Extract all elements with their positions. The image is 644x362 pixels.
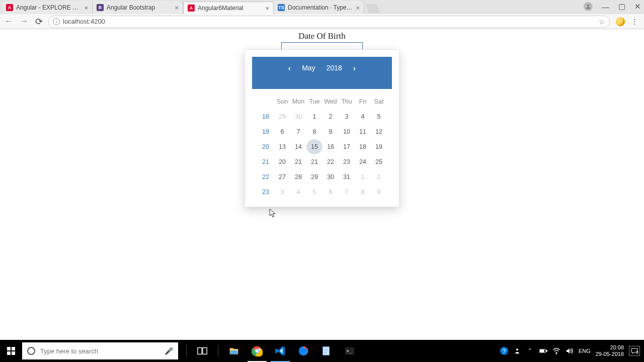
datepicker-day[interactable]: 4 (290, 185, 306, 200)
datepicker-day[interactable]: 4 (355, 109, 371, 124)
volume-icon[interactable] (566, 347, 574, 355)
svg-point-0 (587, 5, 589, 7)
task-view-button[interactable] (191, 340, 214, 362)
address-bar[interactable]: i localhost:4200 ☆ (48, 16, 610, 28)
datepicker-day[interactable]: 21 (290, 154, 306, 169)
chrome-app[interactable] (246, 340, 269, 362)
tab-title: Angular Bootstrap (107, 4, 172, 11)
datepicker-day[interactable]: 12 (371, 124, 387, 139)
datepicker-day[interactable]: 3 (274, 185, 290, 200)
datepicker-day[interactable]: 21 (306, 154, 323, 169)
terminal-app[interactable]: >_ (338, 340, 361, 362)
datepicker-day[interactable]: 22 (323, 154, 339, 169)
datepicker-grid: SunMonTueWedThuFriSat1829301234519678910… (252, 89, 392, 200)
site-info-icon[interactable]: i (53, 18, 60, 25)
taskbar-clock[interactable]: 20:08 29-05-2018 (596, 344, 624, 357)
nav-forward-button[interactable]: → (18, 16, 29, 27)
file-explorer-app[interactable] (222, 340, 246, 362)
browser-tab[interactable]: TSDocumentation · TypeScr× (274, 1, 364, 14)
notepad-app[interactable] (315, 340, 338, 362)
datepicker-day[interactable]: 3 (339, 109, 355, 124)
datepicker-day[interactable]: 30 (323, 169, 339, 185)
window-minimize-button[interactable]: — (602, 3, 609, 11)
datepicker-next-button[interactable]: › (353, 64, 356, 73)
datepicker-day[interactable]: 16 (323, 139, 339, 154)
datepicker-dow: Fri (355, 94, 371, 109)
vscode-app[interactable] (269, 340, 292, 362)
datepicker-month[interactable]: May (302, 64, 315, 72)
window-close-button[interactable]: ✕ (634, 2, 641, 11)
window-maximize-button[interactable]: ▢ (618, 2, 625, 11)
nav-back-button[interactable]: ← (3, 16, 14, 27)
datepicker-day[interactable]: 1 (355, 169, 371, 185)
datepicker-day[interactable]: 19 (371, 139, 387, 154)
datepicker-day[interactable]: 13 (274, 139, 290, 154)
datepicker-day[interactable]: 8 (355, 185, 371, 200)
datepicker-day[interactable]: 10 (339, 124, 355, 139)
start-button[interactable] (0, 340, 22, 362)
browser-menu-icon[interactable]: ⋮ (630, 17, 639, 26)
people-icon[interactable] (513, 347, 521, 355)
svg-point-13 (516, 348, 518, 350)
datepicker-day[interactable]: 23 (339, 154, 355, 169)
battery-icon[interactable] (539, 347, 547, 355)
night-mode-extension-icon[interactable] (616, 17, 625, 26)
svg-rect-15 (546, 350, 547, 351)
profile-avatar-icon[interactable] (584, 2, 593, 11)
datepicker-day[interactable]: 5 (306, 185, 323, 200)
datepicker-prev-button[interactable]: ‹ (288, 64, 291, 73)
nav-reload-button[interactable]: ⟳ (33, 16, 44, 27)
datepicker-dow: Sun (274, 94, 290, 109)
datepicker-day[interactable]: 9 (323, 124, 339, 139)
tab-close-icon[interactable]: × (356, 4, 360, 12)
mic-icon[interactable]: 🎤 (165, 347, 173, 355)
help-icon[interactable]: ? (500, 347, 508, 355)
datepicker-day[interactable]: 2 (323, 109, 339, 124)
bookmark-star-icon[interactable]: ☆ (599, 18, 605, 26)
svg-rect-1 (198, 348, 202, 354)
tab-close-icon[interactable]: × (84, 4, 88, 12)
datepicker-day[interactable]: 29 (274, 109, 290, 124)
tab-close-icon[interactable]: × (265, 5, 269, 12)
datepicker-day[interactable]: 18 (355, 139, 371, 154)
new-tab-button[interactable] (366, 4, 380, 13)
datepicker-day[interactable]: 17 (339, 139, 355, 154)
mouse-cursor-icon (269, 209, 276, 219)
input-language[interactable]: ENG (579, 347, 591, 355)
datepicker-day[interactable]: 27 (274, 169, 290, 185)
tray-chevron-up-icon[interactable]: ˄ (526, 347, 534, 355)
datepicker-day[interactable]: 25 (371, 154, 387, 169)
datepicker-day[interactable]: 14 (290, 139, 306, 154)
datepicker-day[interactable]: 20 (274, 154, 290, 169)
datepicker-header: ‹ May 2018 › (252, 57, 392, 89)
datepicker-day[interactable]: 11 (355, 124, 371, 139)
datepicker-week-number: 20 (257, 139, 274, 154)
datepicker-day[interactable]: 30 (290, 109, 306, 124)
datepicker-day[interactable]: 6 (274, 124, 290, 139)
datepicker-day[interactable]: 31 (339, 169, 355, 185)
browser-tab[interactable]: AAngular - EXPLORE ANGU× (2, 1, 93, 14)
datepicker-year[interactable]: 2018 (327, 64, 342, 72)
browser-tab[interactable]: AAngular6Material× (183, 2, 274, 15)
datepicker-day[interactable]: 7 (290, 124, 306, 139)
taskbar-date: 29-05-2018 (596, 351, 624, 357)
datepicker-day[interactable]: 28 (290, 169, 306, 185)
datepicker-day[interactable]: 15 (306, 139, 323, 154)
datepicker-day[interactable]: 29 (306, 169, 323, 185)
browser-tab[interactable]: BAngular Bootstrap× (93, 1, 183, 14)
datepicker-day[interactable]: 24 (355, 154, 371, 169)
datepicker-day[interactable]: 7 (339, 185, 355, 200)
datepicker-day[interactable]: 5 (371, 109, 387, 124)
datepicker-week-number: 21 (257, 154, 274, 169)
datepicker-day[interactable]: 9 (371, 185, 387, 200)
tab-close-icon[interactable]: × (175, 4, 179, 12)
taskbar-search-input[interactable] (40, 347, 151, 355)
datepicker-day[interactable]: 1 (306, 109, 323, 124)
wifi-icon[interactable] (552, 347, 560, 355)
taskbar-search[interactable]: 🎤 (22, 342, 178, 359)
datepicker-day[interactable]: 6 (323, 185, 339, 200)
datepicker-day[interactable]: 8 (306, 124, 323, 139)
action-center-button[interactable]: 3 (629, 346, 640, 356)
firefox-app[interactable] (292, 340, 315, 362)
datepicker-day[interactable]: 2 (371, 169, 387, 185)
